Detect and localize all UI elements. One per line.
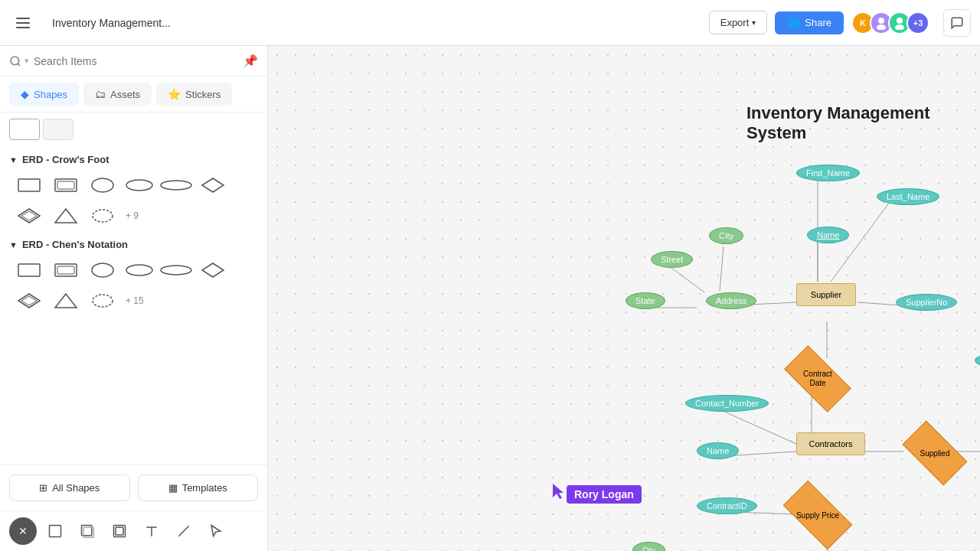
templates-label: Templates: [182, 482, 227, 494]
chevron-down-icon: ▾: [752, 18, 756, 27]
node-contract-date[interactable]: ContractDate: [781, 358, 854, 399]
shape-diamond[interactable]: [196, 171, 230, 199]
node-supplier[interactable]: Supplier: [796, 283, 856, 306]
shape-narrow-ellipse-chen[interactable]: [159, 256, 193, 284]
svg-point-10: [126, 180, 152, 191]
svg-line-46: [714, 407, 796, 444]
node-first-name[interactable]: First_Name: [796, 165, 860, 181]
mini-tab-2[interactable]: [43, 119, 74, 140]
node-state[interactable]: State: [626, 292, 665, 309]
pointer-tool[interactable]: [202, 517, 230, 545]
topbar: Inventory Management... Export ▾ 🌐 Share…: [0, 0, 980, 46]
all-shapes-label: All Shapes: [52, 482, 100, 494]
tab-assets[interactable]: 🗂 Assets: [83, 83, 152, 106]
svg-point-4: [11, 57, 19, 65]
line-tool[interactable]: [170, 517, 198, 545]
share-button[interactable]: 🌐 Share: [775, 11, 844, 34]
node-qty[interactable]: Qty: [632, 542, 665, 551]
document-title[interactable]: Inventory Management...: [44, 12, 178, 34]
svg-rect-7: [55, 179, 77, 191]
shape-wide-ellipse[interactable]: [122, 171, 156, 199]
sidebar: ▾ 📌 ◆ Shapes 🗂 Assets ⭐ Stickers: [0, 46, 268, 551]
tab-assets-label: Assets: [110, 89, 140, 100]
shape-dashed-ellipse[interactable]: [86, 202, 119, 230]
tab-stickers[interactable]: ⭐ Stickers: [156, 83, 232, 106]
shape-tab-row: ◆ Shapes 🗂 Assets ⭐ Stickers: [0, 77, 267, 112]
node-product-no[interactable]: ProductNo: [975, 352, 980, 369]
svg-rect-19: [57, 266, 74, 274]
node-contractors[interactable]: Contractors: [796, 432, 865, 455]
svg-point-3: [895, 24, 904, 30]
shape-ellipse[interactable]: [86, 171, 119, 199]
svg-marker-61: [553, 484, 564, 499]
shape-double-diamond[interactable]: [12, 202, 46, 230]
shape-double-rect-chen[interactable]: [49, 256, 83, 284]
frame-tool[interactable]: [106, 517, 133, 545]
hamburger-icon: [16, 18, 30, 28]
shape-narrow-ellipse[interactable]: [159, 171, 193, 199]
all-shapes-button[interactable]: ⊞ All Shapes: [9, 474, 130, 501]
templates-icon: ▦: [168, 482, 178, 494]
comment-button[interactable]: [943, 9, 971, 37]
text-tool[interactable]: [138, 517, 165, 545]
section-chen-label: ERD - Chen's Notation: [22, 239, 128, 250]
section-crowfoot-header[interactable]: ▼ ERD - Crow's Foot: [9, 154, 258, 165]
shape-double-rect[interactable]: [49, 171, 83, 199]
share-label: Share: [805, 17, 831, 28]
node-contract-id[interactable]: ContractID: [697, 497, 757, 514]
menu-button[interactable]: [9, 9, 37, 37]
node-last-name[interactable]: Last_Name: [877, 188, 939, 205]
svg-point-22: [161, 266, 191, 275]
shape-triangle[interactable]: [49, 202, 83, 230]
search-input[interactable]: [34, 55, 238, 67]
svg-marker-23: [202, 263, 224, 277]
tab-shapes-label: Shapes: [34, 89, 67, 100]
more-crowfoot[interactable]: + 9: [122, 207, 142, 224]
svg-point-1: [877, 24, 886, 30]
section-crowfoot-label: ERD - Crow's Foot: [22, 154, 109, 165]
shape-triangle-chen[interactable]: [49, 287, 83, 315]
tab-stickers-label: Stickers: [185, 89, 220, 100]
stickers-icon: ⭐: [168, 88, 181, 100]
svg-line-35: [178, 526, 188, 536]
canvas-title: Inventory Management System: [746, 103, 980, 143]
mini-tab-1[interactable]: [9, 119, 40, 140]
svg-rect-18: [55, 264, 77, 276]
node-address[interactable]: Address: [706, 292, 756, 309]
node-name-supplier[interactable]: Name: [807, 227, 849, 243]
shape-ellipse-chen[interactable]: [86, 256, 119, 284]
node-supplied[interactable]: Supplied: [902, 432, 968, 474]
templates-button[interactable]: ▦ Templates: [138, 474, 259, 501]
shadow-rect-tool[interactable]: [74, 517, 101, 545]
node-supplier-no[interactable]: SupplierNo: [896, 294, 957, 311]
export-button[interactable]: Export ▾: [709, 11, 768, 34]
assets-icon: 🗂: [95, 88, 106, 100]
shape-wide-ellipse-chen[interactable]: [122, 256, 156, 284]
section-chen-header[interactable]: ▼ ERD - Chen's Notation: [9, 239, 258, 250]
svg-point-16: [93, 210, 113, 222]
shape-diamond-chen[interactable]: [196, 256, 230, 284]
avatar-count[interactable]: +3: [906, 11, 929, 34]
canvas[interactable]: Inventory Management System Supplier Con…: [268, 46, 980, 551]
node-city[interactable]: City: [709, 227, 743, 244]
section-erd-chen: ▼ ERD - Chen's Notation: [0, 234, 267, 319]
node-name-contractor[interactable]: Name: [697, 442, 739, 459]
tab-shapes[interactable]: ◆ Shapes: [9, 83, 79, 106]
shape-rect[interactable]: [12, 171, 46, 199]
node-street[interactable]: Street: [651, 251, 693, 268]
shape-dashed-ellipse-chen[interactable]: [86, 287, 119, 315]
node-supply-price[interactable]: Supply Price: [781, 494, 854, 536]
shape-double-diamond-chen[interactable]: [12, 287, 46, 315]
rect-tool[interactable]: [41, 517, 69, 545]
shapes-icon: ◆: [21, 88, 29, 100]
svg-point-21: [126, 265, 152, 276]
node-contact-number[interactable]: Contact_Number: [685, 395, 769, 412]
close-button[interactable]: ×: [9, 517, 37, 545]
more-chen[interactable]: + 15: [122, 292, 147, 309]
globe-icon: 🌐: [787, 17, 800, 29]
search-icon: ▾: [9, 55, 29, 67]
chevron-down-icon-chen: ▼: [9, 240, 18, 249]
shape-rect-chen[interactable]: [12, 256, 46, 284]
main-layout: ▾ 📌 ◆ Shapes 🗂 Assets ⭐ Stickers: [0, 46, 980, 551]
svg-point-11: [161, 181, 191, 190]
